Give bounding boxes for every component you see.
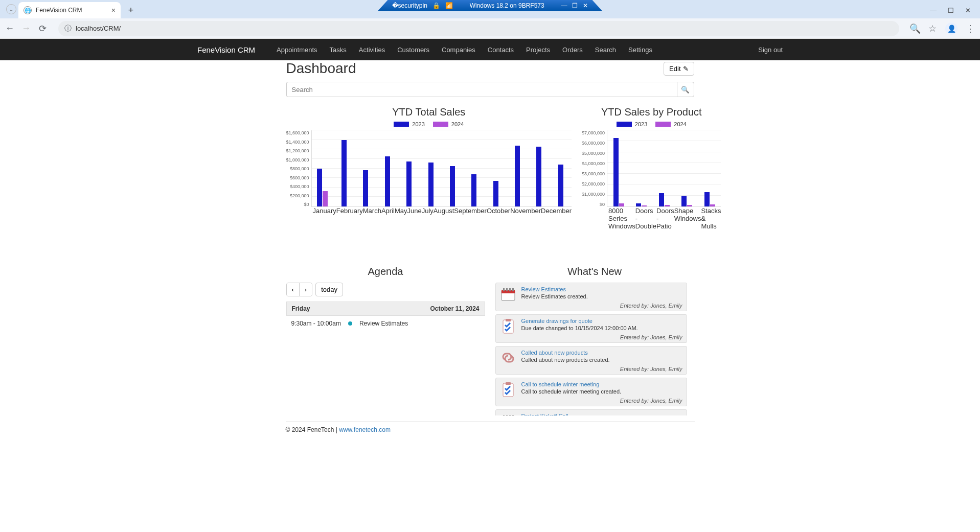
bar[interactable] [659,193,664,206]
bar[interactable] [619,203,624,206]
agenda-next-button[interactable]: › [299,283,312,296]
whatsnew-desc: Called about new products created. [521,357,682,363]
whatsnew-link[interactable]: Call to schedule winter meeting [521,381,600,387]
legend-item[interactable]: 2023 [394,121,424,127]
svg-rect-3 [506,288,508,291]
tab-close-icon[interactable]: × [111,6,116,14]
pin-icon[interactable]: �securitypin [392,2,427,9]
remote-restore-icon[interactable]: ❐ [572,2,578,9]
bar[interactable] [317,169,322,207]
forward-button[interactable]: → [21,24,31,33]
whatsnew-link[interactable]: Generate drawings for quote [521,318,592,324]
chevron-left-icon: ‹ [292,286,294,293]
nav-tasks[interactable]: Tasks [324,46,353,54]
edit-button[interactable]: Edit ✎ [664,62,694,76]
bar[interactable] [613,138,619,206]
bar-group [653,130,675,206]
bar[interactable] [450,166,455,206]
bookmark-icon[interactable]: ☆ [928,24,937,33]
agenda-item[interactable]: 9:30am - 10:00amReview Estimates [286,316,485,331]
bar[interactable] [665,205,670,206]
dashboard-search-input[interactable] [286,82,677,97]
window-close-icon[interactable]: ✕ [965,7,971,14]
remote-minimize-icon[interactable]: — [561,2,567,9]
new-tab-button[interactable]: + [124,3,138,17]
whatsnew-list[interactable]: Review EstimatesReview Estimates created… [495,283,694,415]
legend-item[interactable]: 2024 [433,121,464,127]
task-icon [500,318,516,334]
nav-projects[interactable]: Projects [520,46,556,54]
legend-item[interactable]: 2024 [655,121,686,127]
whatsnew-link[interactable]: Project Kickoff Call [521,413,568,415]
footer-copyright: © 2024 FeneTech [286,426,334,433]
nav-customers[interactable]: Customers [391,46,436,54]
x-tick: January [313,207,336,215]
chrome-menu-icon[interactable]: ⋮ [966,24,975,33]
legend-item[interactable]: 2023 [617,121,647,127]
back-button[interactable]: ← [5,24,14,33]
x-tick: February [336,207,363,215]
window-minimize-icon[interactable]: — [930,7,937,14]
remote-close-icon[interactable]: ✕ [583,2,588,9]
bar[interactable] [385,156,390,206]
bar[interactable] [493,181,498,206]
nav-orders[interactable]: Orders [556,46,589,54]
bar[interactable] [710,204,715,206]
nav-appointments[interactable]: Appointments [270,46,324,54]
signal-icon[interactable]: 📶 [445,2,453,9]
x-tick: May [395,207,407,215]
tabs-menu-button[interactable]: ⌄ [6,4,16,14]
agenda-prev-button[interactable]: ‹ [287,283,299,296]
brand[interactable]: FeneVision CRM [197,45,255,54]
search-button[interactable]: 🔍 [677,82,694,97]
agenda-day-label: Friday [292,305,310,312]
bar[interactable] [406,161,412,206]
profile-avatar[interactable]: 👤 [945,22,958,35]
reload-button[interactable]: ⟳ [38,24,47,33]
bar[interactable] [681,196,687,206]
footer-link[interactable]: www.fenetech.com [339,426,391,433]
nav-contacts[interactable]: Contacts [482,46,520,54]
bar[interactable] [471,174,476,206]
bar[interactable] [536,147,541,206]
zoom-icon[interactable]: 🔍 [910,24,920,33]
bar[interactable] [636,203,641,206]
url-text: localhost/CRM/ [76,25,121,32]
y-tick: $2,000,000 [582,181,605,187]
info-icon[interactable]: ⓘ [64,24,72,33]
window-maximize-icon[interactable]: ☐ [948,7,954,14]
chart-legend: 20232024 [286,121,572,127]
bar[interactable] [341,140,347,206]
lock-icon[interactable]: 🔒 [432,2,440,9]
bar[interactable] [428,163,434,206]
nav-activities[interactable]: Activities [353,46,391,54]
bar[interactable] [323,191,328,206]
whatsnew-item[interactable]: Called about new productsCalled about ne… [495,346,687,375]
bar[interactable] [642,205,647,206]
nav-companies[interactable]: Companies [436,46,482,54]
whatsnew-entered: Entered by: Jones, Emily [521,366,682,372]
chart-card: YTD Total Sales20232024$1,600,000$1,400,… [286,106,572,230]
bar[interactable] [515,146,520,206]
nav-search[interactable]: Search [589,46,622,54]
whatsnew-link[interactable]: Review Estimates [521,286,566,292]
nav-settings[interactable]: Settings [622,46,658,54]
remote-title: Windows 18.2 on 9BRF573 [470,2,544,9]
whatsnew-item[interactable]: Review EstimatesReview Estimates created… [495,283,687,311]
agenda-today-button[interactable]: today [315,283,343,296]
bar[interactable] [687,205,692,206]
browser-tab[interactable]: 🌐 FeneVision CRM × [18,2,121,18]
search-icon: 🔍 [681,86,690,94]
whatsnew-link[interactable]: Called about new products [521,350,588,356]
signout-link[interactable]: Sign out [752,46,783,54]
bar-group [377,130,398,206]
bar[interactable] [558,165,563,206]
bar-groups [312,130,572,206]
whatsnew-item[interactable]: Call to schedule winter meetingCall to s… [495,378,687,406]
whatsnew-item[interactable]: Generate drawings for quoteDue date chan… [495,314,687,343]
bar[interactable] [704,192,710,206]
whatsnew-item[interactable]: Project Kickoff Call [495,409,687,415]
bar[interactable] [363,170,368,206]
y-tick: $1,400,000 [286,140,309,145]
address-bar[interactable]: ⓘ localhost/CRM/ [58,21,899,36]
